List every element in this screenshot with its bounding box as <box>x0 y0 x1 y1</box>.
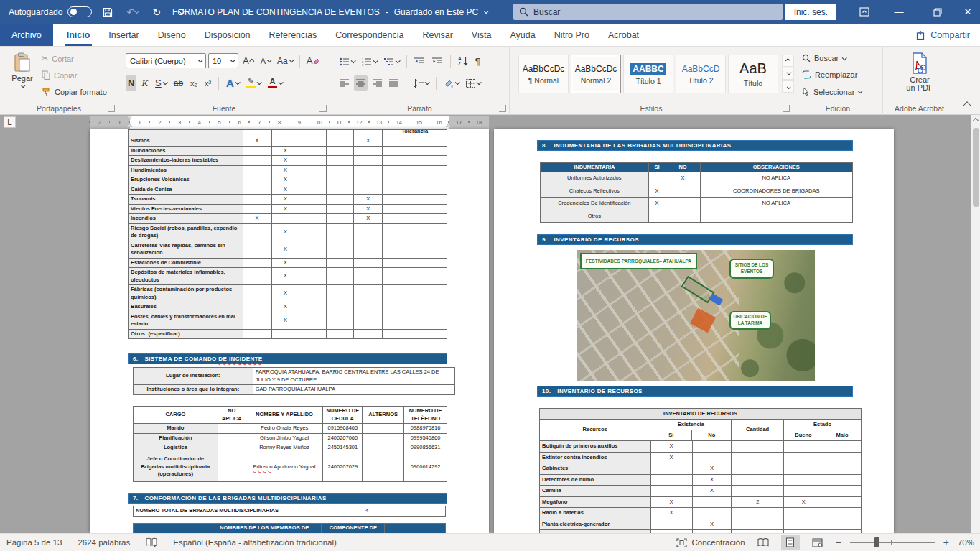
align-left-button[interactable] <box>337 75 351 91</box>
font-color-dropdown-icon[interactable] <box>279 80 284 85</box>
multilevel-list-button[interactable] <box>382 54 401 69</box>
style-normal[interactable]: AaBbCcDc ¶ Normal <box>518 55 569 93</box>
increase-indent-button[interactable] <box>430 54 445 69</box>
ribbon-tab[interactable]: Revisar <box>413 24 462 46</box>
scroll-up-icon[interactable] <box>973 118 979 124</box>
style-titulo[interactable]: AaB Título <box>728 55 778 93</box>
styles-scroll-up-button[interactable] <box>782 55 794 67</box>
ribbon-tab[interactable]: Diseño <box>149 24 195 46</box>
proofing-errors-icon[interactable] <box>146 537 157 547</box>
borders-button[interactable] <box>464 75 482 91</box>
language-indicator[interactable]: Español (España - alfabetización tradici… <box>173 538 337 547</box>
styles-more-button[interactable] <box>782 80 794 93</box>
numbering-dropdown-icon[interactable] <box>373 58 378 63</box>
bold-button[interactable]: N <box>126 75 136 91</box>
copy-button[interactable]: Copiar <box>42 70 77 80</box>
find-button[interactable]: Buscar <box>802 54 846 62</box>
text-effects-button[interactable]: A <box>224 75 241 91</box>
ribbon-tab[interactable]: Nitro Pro <box>545 24 599 46</box>
show-marks-button[interactable]: ¶ <box>473 54 482 69</box>
format-painter-button[interactable]: Copiar formato <box>42 87 107 96</box>
fuente-dialog-launcher[interactable] <box>319 105 327 112</box>
read-mode-button[interactable] <box>754 535 773 550</box>
italic-button[interactable]: K <box>139 75 150 91</box>
vertical-scrollbar[interactable] <box>971 115 980 533</box>
focus-mode-button[interactable]: Concentración <box>676 538 745 547</box>
estilos-dialog-launcher[interactable] <box>783 105 790 112</box>
styles-scroll-down-button[interactable] <box>782 68 794 80</box>
create-pdf-button[interactable]: Crear un PDF <box>901 52 938 92</box>
style-normal-2[interactable]: AaBbCcDc Normal 2 <box>571 55 621 93</box>
zoom-level[interactable]: 70% <box>958 538 974 547</box>
underline-dropdown-icon[interactable] <box>162 80 167 85</box>
ribbon-display-options-button[interactable] <box>852 0 877 24</box>
line-spacing-button[interactable] <box>411 75 431 91</box>
clear-formatting-button[interactable]: A <box>304 53 323 68</box>
shading-dropdown-icon[interactable] <box>455 80 460 85</box>
decrease-indent-button[interactable] <box>412 54 427 69</box>
right-indent-marker[interactable] <box>446 123 452 127</box>
print-layout-button[interactable] <box>781 535 800 550</box>
zoom-slider[interactable] <box>850 542 935 543</box>
minimize-button[interactable]: — <box>887 0 911 24</box>
zoom-out-button[interactable]: − <box>836 537 841 548</box>
first-line-indent-marker[interactable] <box>126 116 132 120</box>
bullets-dropdown-icon[interactable] <box>351 58 356 63</box>
underline-button[interactable]: S <box>153 75 169 91</box>
font-color-button[interactable]: A <box>266 75 284 91</box>
multilevel-dropdown-icon[interactable] <box>396 58 401 63</box>
tab-stop-selector[interactable]: L <box>4 116 16 128</box>
undo-button[interactable]: ↶ <box>123 4 141 21</box>
style-titulo-1[interactable]: AABBC Título 1 <box>623 55 673 93</box>
superscript-button[interactable]: x² <box>202 75 213 91</box>
find-dropdown-icon[interactable] <box>842 55 847 60</box>
bullets-button[interactable] <box>337 54 357 69</box>
paste-dropdown-icon[interactable] <box>20 83 25 88</box>
font-size-combobox[interactable]: 10 <box>208 53 238 68</box>
page-5[interactable]: Tolerancia Sismos X X <box>90 129 489 533</box>
line-spacing-dropdown-icon[interactable] <box>425 80 430 85</box>
scrollbar-thumb[interactable] <box>973 128 979 207</box>
strikethrough-button[interactable]: ab <box>172 75 185 91</box>
align-right-button[interactable] <box>370 75 384 91</box>
sort-button[interactable]: AZ <box>456 54 470 69</box>
ribbon-tab[interactable]: Acrobat <box>599 24 648 46</box>
subscript-button[interactable]: x₂ <box>188 75 200 91</box>
ribbon-tab[interactable]: Ayuda <box>500 24 544 46</box>
ribbon-tab[interactable]: Referencias <box>260 24 327 46</box>
highlight-dropdown-icon[interactable] <box>257 80 262 85</box>
share-button[interactable]: Compartir <box>916 24 970 47</box>
font-size-dropdown-icon[interactable] <box>230 57 235 62</box>
ribbon-tab[interactable]: Insertar <box>99 24 148 46</box>
left-indent-marker[interactable] <box>126 123 132 127</box>
parrafo-dialog-launcher[interactable] <box>499 105 506 112</box>
page-indicator[interactable]: Página 5 de 13 <box>6 538 62 547</box>
web-layout-button[interactable] <box>808 535 827 550</box>
font-family-combobox[interactable]: Calibri (Cuerpo) <box>126 53 206 68</box>
portapapeles-dialog-launcher[interactable] <box>108 105 115 112</box>
ribbon-tab[interactable]: Inicio <box>57 24 100 46</box>
page-6[interactable]: 8. INDUMENTARIA DE LAS BRIGADAS MULTIDIS… <box>494 129 894 533</box>
redo-button[interactable]: ↻ <box>148 4 165 21</box>
select-dropdown-icon[interactable] <box>858 88 863 93</box>
change-case-button[interactable]: Aa <box>275 53 295 68</box>
text-effects-dropdown-icon[interactable] <box>235 80 241 85</box>
ribbon-tab[interactable]: Correspondencia <box>326 24 413 46</box>
align-center-button[interactable] <box>354 75 368 91</box>
shading-button[interactable] <box>442 75 461 91</box>
search-input[interactable]: Buscar <box>513 4 783 20</box>
highlight-button[interactable]: ✎ <box>244 75 263 91</box>
borders-dropdown-icon[interactable] <box>477 80 482 85</box>
replace-button[interactable]: Reemplazar <box>802 70 857 79</box>
autosave-switch-icon[interactable] <box>67 6 92 17</box>
zoom-in-button[interactable]: + <box>943 537 949 548</box>
zoom-slider-thumb[interactable] <box>874 537 879 547</box>
ribbon-tab[interactable]: Disposición <box>195 24 260 46</box>
collapse-ribbon-button[interactable] <box>963 101 971 109</box>
restore-button[interactable] <box>925 0 950 24</box>
cut-button[interactable]: ✂Cortar <box>42 54 74 63</box>
sign-in-button[interactable]: Inic. ses. <box>785 4 836 20</box>
grow-font-button[interactable]: A <box>241 53 256 68</box>
ribbon-tab[interactable]: Vista <box>462 24 501 46</box>
close-button[interactable]: ✕ <box>956 0 980 24</box>
